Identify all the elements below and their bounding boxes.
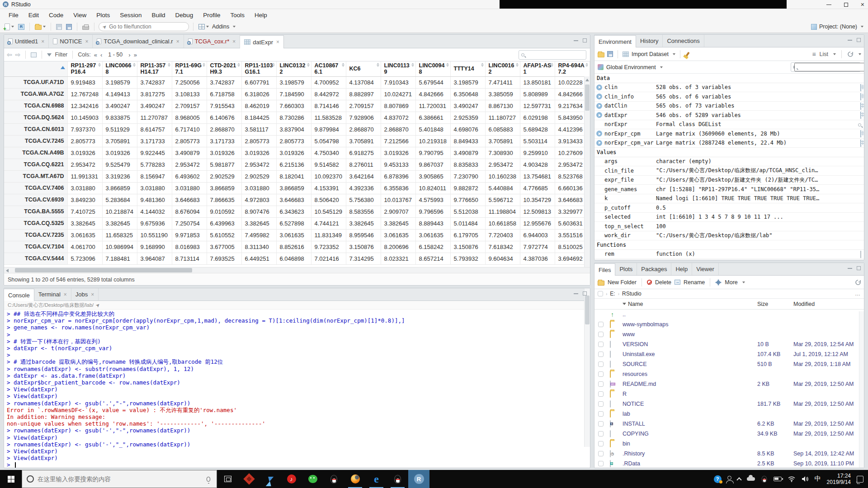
table-cell[interactable]: 8.276011: [346, 159, 381, 170]
table-cell[interactable]: 7.212566: [381, 135, 415, 147]
table-cell[interactable]: 3.171733: [207, 135, 241, 147]
file-name[interactable]: SOURCE: [623, 361, 646, 367]
table-cell[interactable]: 3.490879: [172, 147, 207, 159]
pane-maximize-icon[interactable]: [583, 38, 587, 42]
table-cell[interactable]: 6.140676: [207, 112, 241, 123]
table-cell[interactable]: 6.046898: [276, 253, 311, 264]
table-cell[interactable]: 2.805773: [172, 135, 207, 147]
table-cell[interactable]: 8.200696: [381, 241, 415, 253]
table-cell[interactable]: 6.439963: [207, 217, 241, 229]
table-cell[interactable]: 7.230790: [450, 170, 485, 182]
sort-toggle-icon[interactable]: [272, 63, 275, 67]
microphone-icon[interactable]: [207, 477, 210, 482]
table-cell[interactable]: 13.850181: [520, 76, 555, 88]
column-header-kc6[interactable]: KC6: [346, 61, 381, 76]
table-cell[interactable]: 2.909707: [381, 206, 415, 217]
environment-search-box[interactable]: [791, 62, 861, 72]
table-cell[interactable]: 4.153391: [311, 182, 346, 194]
environment-tab-history[interactable]: History: [636, 35, 663, 47]
file-checkbox[interactable]: [598, 352, 604, 357]
table-cell[interactable]: 8.849433: [450, 135, 485, 147]
open-file-button[interactable]: [34, 22, 47, 32]
table-cell[interactable]: 8.023321: [381, 253, 415, 264]
menu-help[interactable]: Help: [250, 10, 272, 20]
tab-close-icon[interactable]: ×: [41, 38, 44, 45]
table-cell[interactable]: 2.805773: [67, 135, 102, 147]
cols-prev-button[interactable]: ‹: [100, 52, 102, 58]
table-cell[interactable]: 11.658325: [102, 229, 137, 241]
table-cell[interactable]: 2.953472: [172, 159, 207, 170]
goto-file-function-input[interactable]: [109, 23, 177, 30]
column-header-afap1-as1[interactable]: AFAP1-AS1: [520, 61, 555, 76]
environment-object-row[interactable]: clin528 obs. of 3 variables: [594, 83, 864, 93]
table-cell[interactable]: 5.283684: [102, 194, 137, 206]
table-cell[interactable]: 6.085883: [485, 123, 520, 135]
table-cell[interactable]: 6.607791: [241, 76, 276, 88]
table-cell[interactable]: 3.677005: [207, 241, 241, 253]
table-cell[interactable]: 2.953472: [67, 159, 102, 170]
goto-file-function-box[interactable]: ➤: [99, 22, 189, 31]
table-cell[interactable]: 4.903428: [520, 159, 555, 170]
environment-object-row[interactable]: kNamed logi [1:6610] TRUE TRUE TRUE TRUE…: [594, 194, 864, 204]
table-cell[interactable]: 8.968005: [172, 112, 207, 123]
table-cell[interactable]: 5.793932: [450, 253, 485, 264]
file-row[interactable]: NOTICE181.7 KBMar 29, 2019, 12:50 AM: [594, 399, 864, 409]
file-checkbox[interactable]: [598, 431, 604, 436]
table-cell[interactable]: 6.179705: [450, 229, 485, 241]
inspect-icon[interactable]: [858, 122, 861, 128]
table-cell[interactable]: 7.910343: [381, 76, 415, 88]
breadcrumb-item[interactable]: RStudio: [622, 291, 642, 297]
table-cell[interactable]: 8.852616: [276, 241, 311, 253]
table-cell[interactable]: 10.024271: [381, 88, 415, 100]
cols-last-button[interactable]: »: [134, 52, 137, 58]
table-cell[interactable]: 11.270787: [137, 112, 172, 123]
table-cell[interactable]: 3.742837: [137, 76, 172, 88]
file-name[interactable]: R: [623, 391, 627, 397]
table-cell[interactable]: 3.581117: [241, 123, 276, 135]
file-name[interactable]: bin: [623, 441, 630, 447]
table-cell[interactable]: 3.866859: [102, 182, 137, 194]
table-cell[interactable]: 10.986994: [102, 241, 137, 253]
table-cell[interactable]: 2.953472: [241, 159, 276, 170]
table-cell[interactable]: 3.837904: [276, 123, 311, 135]
data-viewer-search-box[interactable]: [519, 50, 586, 60]
table-cell[interactable]: 10.354729: [520, 194, 555, 206]
table-cell[interactable]: 7.693525: [207, 253, 241, 264]
table-cell[interactable]: 7.720403: [485, 229, 520, 241]
save-button[interactable]: [55, 22, 63, 32]
open-in-new-window-icon[interactable]: [31, 52, 37, 57]
select-all-checkbox[interactable]: [598, 291, 603, 296]
table-cell[interactable]: 4.392336: [346, 182, 381, 194]
table-cell[interactable]: 7.188481: [102, 253, 137, 264]
column-header-linc00948[interactable]: LINC00948: [415, 61, 450, 76]
file-name[interactable]: README.md: [623, 381, 656, 387]
file-row[interactable]: lab: [594, 409, 864, 419]
table-cell[interactable]: 3.385059: [485, 88, 520, 100]
console-tab-terminal[interactable]: Terminal×: [34, 288, 71, 300]
table-cell[interactable]: 5.689428: [520, 123, 555, 135]
sort-toggle-icon[interactable]: [446, 63, 449, 67]
table-cell[interactable]: 10.145903: [67, 112, 102, 123]
table-cell[interactable]: 5.596712: [485, 194, 520, 206]
taskbar-app-wechat[interactable]: [302, 470, 323, 488]
people-tray-icon[interactable]: [727, 476, 731, 480]
table-cell[interactable]: 2.805773: [241, 135, 276, 147]
expand-icon[interactable]: [596, 140, 602, 146]
environment-object-row[interactable]: clin_info565 obs. of 6 variables: [594, 92, 864, 102]
table-cell[interactable]: 5.723096: [67, 253, 102, 264]
table-cell[interactable]: 7.915543: [207, 100, 241, 112]
table-cell[interactable]: 5.054798: [311, 135, 346, 147]
table-cell[interactable]: 9.259910: [520, 147, 555, 159]
table-cell[interactable]: 8.889443: [415, 217, 450, 229]
table-cell[interactable]: 3.382645: [67, 217, 102, 229]
table-cell[interactable]: 3.490879: [450, 147, 485, 159]
table-cell[interactable]: 3.019326: [67, 147, 102, 159]
table-cell[interactable]: 3.866859: [207, 182, 241, 194]
environment-scope-selector[interactable]: Global Environment: [606, 64, 656, 70]
table-cell[interactable]: 6.343623: [276, 206, 311, 217]
project-selector[interactable]: Project: (None): [811, 21, 863, 33]
file-row[interactable]: www-symbolmaps: [594, 319, 864, 329]
environment-tab-connections[interactable]: Connections: [663, 35, 704, 47]
menu-plots[interactable]: Plots: [91, 10, 115, 20]
table-cell[interactable]: 8.835833: [450, 159, 485, 170]
